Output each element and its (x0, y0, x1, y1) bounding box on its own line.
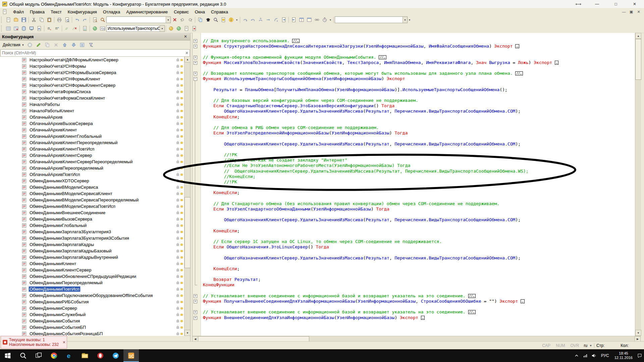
paste-button[interactable] (45, 16, 53, 23)
find-prev-button[interactable] (178, 16, 186, 23)
tree-item[interactable]: ОбменДаннымиСобытияРозницаБП (0, 330, 184, 336)
collapsed-block-marker[interactable]: … (421, 316, 425, 320)
tree-item[interactable]: НастройкиУчетаУСНФормы (0, 63, 184, 69)
taskbar-start-button[interactable] (0, 349, 15, 362)
tree-scrollbar[interactable]: ▲ ▼ (184, 56, 190, 336)
tree-item[interactable]: НачалоРаботыКлиент (0, 108, 184, 114)
zoom-button[interactable] (99, 16, 106, 23)
tree-item[interactable]: НастройкиУчетаФормаСпискаКлиент (0, 95, 184, 101)
expand-icon[interactable]: + (194, 61, 197, 65)
find-next-button[interactable] (186, 16, 194, 23)
doc-info-button[interactable] (219, 16, 227, 23)
window-split-button[interactable] (298, 16, 305, 23)
menu-сервис[interactable]: Сервис (171, 9, 192, 15)
expand-icon[interactable]: + (194, 39, 197, 43)
tree-item[interactable]: ОбменДаннымиЗарплатаКадрыВнутренний (0, 254, 184, 260)
tree-item[interactable]: НастройкиУчетаУСНФормыВызовСервера (0, 69, 184, 76)
open-folder-button[interactable] (12, 16, 20, 23)
search-clear-icon[interactable]: ✕ (184, 51, 190, 55)
editor-vscrollbar[interactable]: ▲ ▼ (635, 33, 641, 336)
call-out-button[interactable] (249, 16, 257, 23)
scroll-down-icon[interactable]: ▼ (635, 330, 641, 336)
tree-item[interactable]: ОблачныйАрхивКлиентГлобальный (0, 133, 184, 139)
tree-item[interactable]: ОблачныйАрхивКлиентПереопределяемый (0, 139, 184, 146)
proc-a-button[interactable]: Пa (45, 25, 53, 32)
new-doc-button[interactable] (4, 16, 12, 23)
network-icon[interactable] (581, 349, 590, 362)
report-button[interactable] (35, 25, 43, 32)
tree-item[interactable]: ОбменДаннымиПереопределяемый (0, 280, 184, 286)
print-preview-button[interactable] (63, 16, 71, 23)
scroll-down-icon[interactable]: ▼ (184, 330, 191, 336)
menu-отладка[interactable]: Отладка (100, 9, 123, 15)
minimize-button[interactable]: — (588, 0, 606, 8)
tree-item[interactable]: ОблачныйАрхив (0, 114, 184, 120)
close-button[interactable]: ✕ (625, 0, 644, 8)
notification-close-icon[interactable]: ✕ (61, 340, 67, 345)
window-new-button[interactable] (305, 16, 313, 23)
taskbar-clock[interactable]: 18:45 12.11.2016 (612, 351, 635, 360)
funnel-button[interactable]: e (88, 41, 95, 49)
chevron-down-icon[interactable]: ▾ (408, 16, 412, 23)
collapsed-block-marker[interactable]: //… (515, 71, 523, 75)
taskbar-app-red-button[interactable] (93, 349, 108, 362)
editor-hscrollbar[interactable]: ◀ ▶ (192, 336, 641, 342)
editor-scroll-thumb[interactable] (635, 39, 641, 80)
chevron-down-icon[interactable]: ▾ (235, 16, 239, 23)
undo-button[interactable] (73, 16, 81, 23)
tree-scroll-thumb[interactable] (184, 197, 191, 268)
tree-item[interactable]: ОблачныйАрхивПереопределяемый (0, 165, 184, 171)
list-button[interactable] (79, 41, 86, 49)
chevron-down-icon[interactable]: ▾ (166, 17, 170, 23)
orb-green-button[interactable] (175, 25, 182, 32)
taskbar-chrome-button[interactable] (46, 349, 62, 362)
proc-b-button[interactable]: Пa (53, 25, 61, 32)
call-in-button[interactable] (241, 16, 249, 23)
code-editor[interactable]: +// Для внутреннего использования. //…+Ф… (192, 33, 635, 336)
syntax-check-button[interactable] (204, 16, 212, 23)
tree-item[interactable]: ОбменДаннымиЗарплатаКадры (0, 241, 184, 248)
resize-button[interactable]: ⟷ (569, 0, 588, 8)
volume-icon[interactable] (590, 349, 598, 362)
taskbar-search-circle-button[interactable] (15, 349, 31, 362)
pencil-button[interactable] (35, 41, 42, 49)
tree-item[interactable]: ОбменДаннымиГлобальный (0, 222, 184, 229)
tree-item[interactable]: ОбменДаннымиXDTOСервер (0, 178, 184, 184)
expand-icon[interactable]: + (194, 45, 197, 48)
menu-справка[interactable]: Справка (208, 9, 231, 15)
tree-item[interactable]: ОблачныйАрхивКлиентСервер (0, 152, 184, 159)
call-exit-button[interactable] (272, 16, 280, 23)
tree-item[interactable]: ОбменДаннымиВМоделиСервисаПовтИсп (0, 203, 184, 209)
uncomment-button[interactable]: / (71, 25, 78, 32)
expand-icon[interactable]: + (194, 72, 197, 75)
scroll-up-icon[interactable]: ▲ (184, 56, 191, 62)
tree-item[interactable]: ОбменДаннымиПодключаемоеОборудованиеOffl… (0, 292, 184, 299)
mdi-restore-button[interactable]: ▣ (629, 10, 634, 14)
collapsed-block-marker[interactable]: //… (468, 310, 476, 314)
orb-yellow-button[interactable] (167, 25, 175, 32)
tree-item[interactable]: ОбменДаннымиСобытияБП (0, 324, 184, 330)
menu-конфигурация[interactable]: Конфигурация (65, 9, 100, 15)
x-gray-button[interactable] (53, 41, 60, 49)
collapsed-block-marker[interactable]: … (515, 44, 519, 48)
tree-item[interactable]: ОбменДаннымиВМоделиСервисаПереопределяем… (0, 197, 184, 203)
taskbar-explorer-button[interactable] (77, 349, 93, 362)
tree-item[interactable]: ОблачныйАрхивПовтИсп (0, 171, 184, 178)
copy-block-button[interactable] (196, 16, 204, 23)
tree-item[interactable]: ОбменДаннымиКлиентСервер (0, 267, 184, 273)
chevron-down-icon[interactable]: ▼ (22, 44, 24, 47)
tree-item[interactable]: НастройкиУчетаУСНФормыКлиент (0, 76, 184, 82)
find-doc-button[interactable] (91, 16, 99, 23)
collapsed-block-marker[interactable]: … (555, 61, 558, 65)
info-button[interactable] (227, 16, 235, 23)
tree-item[interactable]: НастройкиУчетаНДФЛФормыКлиентСервер (0, 57, 184, 63)
tree-item[interactable]: ОбменДаннымиСлужебный (0, 311, 184, 318)
tree-item[interactable]: ОблачныйАрхивКлиент (0, 127, 184, 133)
tree-item[interactable]: НачалоРаботы (0, 101, 184, 108)
plus-circle-button[interactable] (26, 41, 34, 49)
link-button[interactable] (313, 16, 321, 23)
tray-chevron-icon[interactable] (572, 349, 581, 362)
expand-icon[interactable]: + (194, 294, 197, 298)
menu-правка[interactable]: Правка (27, 9, 48, 15)
tree-item[interactable]: ОбменДаннымиЗарплата3Бухгалтерия3События (0, 235, 184, 241)
